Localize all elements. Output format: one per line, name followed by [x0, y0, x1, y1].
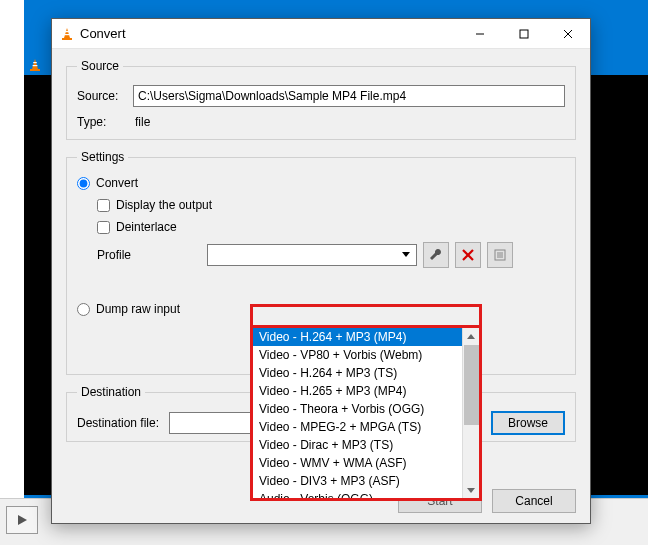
- dump-raw-radio-label: Dump raw input: [96, 302, 180, 316]
- vlc-cone-icon: [60, 27, 74, 41]
- source-group: Source Source: Type: file: [66, 59, 576, 140]
- convert-dialog: Convert Source Source: Type: file: [51, 18, 591, 524]
- settings-legend: Settings: [77, 150, 128, 164]
- parent-menu-text: Me: [30, 88, 48, 103]
- scroll-up-button[interactable]: [463, 328, 479, 345]
- close-button[interactable]: [546, 19, 590, 49]
- svg-marker-5: [64, 28, 70, 38]
- maximize-button[interactable]: [502, 19, 546, 49]
- convert-radio-label: Convert: [96, 176, 138, 190]
- scroll-track[interactable]: [463, 425, 479, 481]
- display-output-label: Display the output: [116, 198, 212, 212]
- svg-rect-2: [30, 69, 40, 71]
- dump-raw-radio-input[interactable]: [77, 303, 90, 316]
- scroll-down-button[interactable]: [463, 481, 479, 498]
- profile-combobox[interactable]: [207, 244, 417, 266]
- deinterlace-checkbox[interactable]: Deinterlace: [97, 220, 565, 234]
- type-value: file: [133, 115, 150, 129]
- scrollbar[interactable]: [462, 328, 479, 498]
- delete-profile-button[interactable]: [455, 242, 481, 268]
- destination-file-label: Destination file:: [77, 416, 159, 430]
- profile-option[interactable]: Video - WMV + WMA (ASF): [253, 454, 462, 472]
- dump-raw-radio[interactable]: Dump raw input: [77, 302, 565, 316]
- window-title: Convert: [80, 26, 126, 41]
- titlebar[interactable]: Convert: [52, 19, 590, 49]
- svg-marker-20: [467, 334, 475, 339]
- profile-option[interactable]: Video - H.264 + MP3 (TS): [253, 364, 462, 382]
- edit-profile-button[interactable]: [423, 242, 449, 268]
- profile-option[interactable]: Video - VP80 + Vorbis (Webm): [253, 346, 462, 364]
- vlc-cone-icon: [28, 58, 42, 72]
- type-label: Type:: [77, 115, 133, 129]
- svg-marker-1: [32, 59, 38, 69]
- source-label: Source:: [77, 89, 133, 103]
- deinterlace-label: Deinterlace: [116, 220, 177, 234]
- chevron-down-icon: [398, 247, 414, 263]
- new-profile-icon: [493, 248, 507, 262]
- svg-rect-10: [520, 30, 528, 38]
- svg-rect-7: [65, 31, 69, 32]
- profile-option[interactable]: Video - DIV3 + MP3 (ASF): [253, 472, 462, 490]
- scroll-thumb[interactable]: [464, 345, 479, 425]
- source-input[interactable]: [133, 85, 565, 107]
- profile-option[interactable]: Video - H.264 + MP3 (MP4): [253, 328, 462, 346]
- profile-option[interactable]: Video - Theora + Vorbis (OGG): [253, 400, 462, 418]
- cancel-button[interactable]: Cancel: [492, 489, 576, 513]
- profile-option[interactable]: Audio - Vorbis (OGG): [253, 490, 462, 498]
- delete-icon: [461, 248, 475, 262]
- play-button[interactable]: [6, 506, 38, 534]
- parent-left-strip: [0, 0, 24, 545]
- display-output-input[interactable]: [97, 199, 110, 212]
- wrench-icon: [429, 248, 443, 262]
- browse-button[interactable]: Browse: [491, 411, 565, 435]
- profile-option[interactable]: Video - MPEG-2 + MPGA (TS): [253, 418, 462, 436]
- source-legend: Source: [77, 59, 123, 73]
- profile-label: Profile: [97, 248, 207, 262]
- svg-rect-3: [33, 62, 37, 63]
- deinterlace-input[interactable]: [97, 221, 110, 234]
- svg-rect-6: [62, 38, 72, 40]
- profile-option[interactable]: Video - Dirac + MP3 (TS): [253, 436, 462, 454]
- profile-option[interactable]: Video - H.265 + MP3 (MP4): [253, 382, 462, 400]
- convert-radio-input[interactable]: [77, 177, 90, 190]
- display-output-checkbox[interactable]: Display the output: [97, 198, 565, 212]
- svg-marker-0: [18, 515, 27, 525]
- new-profile-button[interactable]: [487, 242, 513, 268]
- svg-rect-4: [33, 65, 38, 66]
- minimize-button[interactable]: [458, 19, 502, 49]
- svg-marker-21: [467, 488, 475, 493]
- convert-radio[interactable]: Convert: [77, 176, 565, 190]
- svg-marker-13: [402, 252, 410, 257]
- profile-dropdown-list[interactable]: Video - H.264 + MP3 (MP4)Video - VP80 + …: [250, 325, 482, 501]
- svg-rect-8: [65, 34, 70, 35]
- destination-legend: Destination: [77, 385, 145, 399]
